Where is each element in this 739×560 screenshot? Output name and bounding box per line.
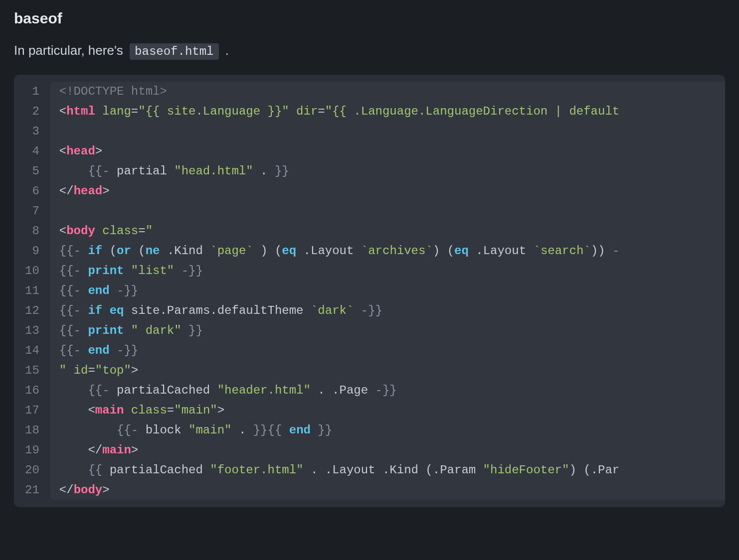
code-line: </head> [59, 181, 716, 201]
line-number: 15 [25, 361, 39, 381]
line-number: 10 [25, 261, 39, 281]
code-line: <body class=" [59, 221, 716, 241]
document-page: baseof In particular, here's baseof.html… [0, 0, 739, 512]
code-line: </main> [59, 440, 716, 460]
code-line: <head> [59, 141, 716, 161]
code-line: {{- if (or (ne .Kind `page` ) (eq .Layou… [59, 241, 716, 261]
line-number: 16 [25, 381, 39, 401]
code-line: {{- block "main" . }}{{ end }} [59, 420, 716, 440]
code-line: {{ partialCached "footer.html" . .Layout… [59, 460, 716, 480]
line-number: 20 [25, 460, 39, 480]
line-number: 8 [25, 221, 39, 241]
intro-text: In particular, here's [14, 43, 127, 58]
line-number: 1 [25, 82, 39, 102]
line-number: 21 [25, 480, 39, 500]
code-line: {{- end -}} [59, 281, 716, 301]
line-number: 5 [25, 161, 39, 181]
line-number: 18 [25, 420, 39, 440]
inline-code-filename: baseof.html [130, 43, 218, 60]
intro-paragraph: In particular, here's baseof.html . [14, 41, 725, 61]
code-line [59, 122, 716, 141]
line-number: 13 [25, 321, 39, 341]
code-line: <html lang="{{ site.Language }}" dir="{{… [59, 102, 716, 122]
line-number: 17 [25, 401, 39, 420]
code-line [59, 201, 716, 221]
code-line: {{- if eq site.Params.defaultTheme `dark… [59, 301, 716, 321]
code-line: {{- partialCached "header.html" . .Page … [59, 381, 716, 401]
code-line: " id="top"> [59, 361, 716, 381]
line-number: 7 [25, 201, 39, 221]
code-line: {{- print "list" -}} [59, 261, 716, 281]
section-heading: baseof [14, 10, 725, 27]
line-number: 6 [25, 181, 39, 201]
line-number-gutter: 1 2 3 4 5 6 7 8 9 10 11 12 13 14 15 16 1… [14, 82, 50, 500]
line-number: 4 [25, 141, 39, 161]
code-line: <!DOCTYPE html> [59, 82, 716, 102]
code-line: {{- partial "head.html" . }} [59, 161, 716, 181]
code-block[interactable]: 1 2 3 4 5 6 7 8 9 10 11 12 13 14 15 16 1… [14, 75, 725, 507]
code-line: </body> [59, 480, 716, 500]
line-number: 11 [25, 281, 39, 301]
line-number: 3 [25, 122, 39, 141]
intro-text-suffix: . [222, 43, 229, 58]
code-content: <!DOCTYPE html> <html lang="{{ site.Lang… [50, 82, 725, 500]
line-number: 2 [25, 102, 39, 122]
line-number: 14 [25, 341, 39, 361]
code-block-inner: 1 2 3 4 5 6 7 8 9 10 11 12 13 14 15 16 1… [14, 75, 725, 507]
line-number: 19 [25, 440, 39, 460]
code-line: {{- print " dark" }} [59, 321, 716, 341]
line-number: 12 [25, 301, 39, 321]
code-line: {{- end -}} [59, 341, 716, 361]
line-number: 9 [25, 241, 39, 261]
code-line: <main class="main"> [59, 401, 716, 420]
